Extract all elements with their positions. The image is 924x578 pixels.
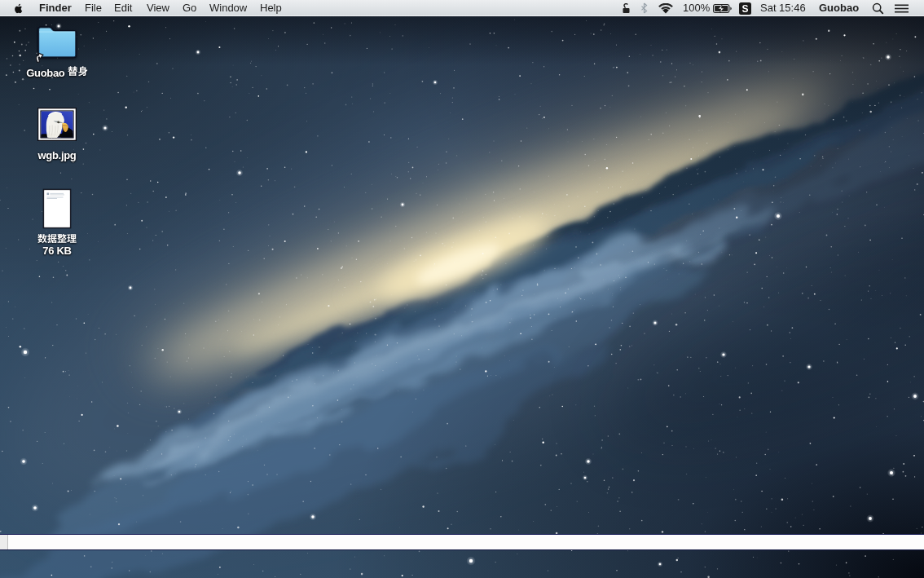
svg-text:S: S [741, 3, 748, 15]
